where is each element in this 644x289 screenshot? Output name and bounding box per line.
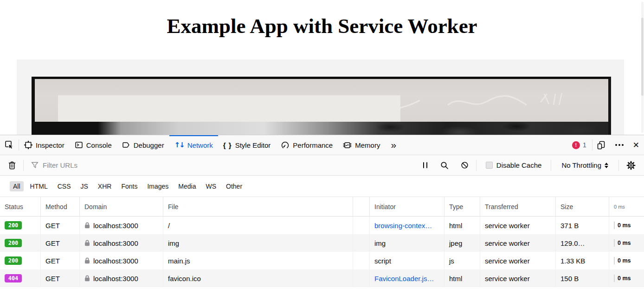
status-badge: 200 — [5, 239, 22, 247]
spacer-cell — [353, 234, 370, 252]
domain-cell: localhost:3000 — [80, 252, 163, 269]
lock-icon — [84, 257, 90, 264]
trash-icon[interactable] — [4, 161, 20, 170]
filter-ws[interactable]: WS — [202, 181, 219, 191]
domain-text: localhost:3000 — [93, 257, 138, 265]
tab-label: Inspector — [36, 141, 64, 149]
tab-network[interactable]: ↑↓Network — [169, 135, 218, 155]
devtools-tabbar: InspectorConsoleDebugger↑↓Network{ }Styl… — [0, 135, 644, 155]
transferred-cell: service worker — [480, 234, 556, 252]
select-arrows-icon — [605, 163, 608, 168]
col-transferred[interactable]: Transferred — [480, 197, 556, 216]
error-count-button[interactable]: ! 1 — [567, 135, 592, 155]
network-icon: ↑↓ — [174, 141, 184, 149]
col-file[interactable]: File — [163, 197, 353, 216]
col-method[interactable]: Method — [41, 197, 80, 216]
element-picker-button[interactable] — [0, 135, 19, 155]
requests-table-body: 200GETlocalhost:3000/browsing-contex…htm… — [0, 217, 644, 287]
error-icon: ! — [572, 141, 580, 149]
tab-style-editor[interactable]: { }Style Editor — [218, 135, 276, 155]
tab-console[interactable]: Console — [70, 135, 117, 155]
col-domain[interactable]: Domain — [80, 197, 163, 216]
status-badge: 200 — [5, 256, 22, 265]
memory-icon — [343, 141, 352, 150]
devtools-tabs: InspectorConsoleDebugger↑↓Network{ }Styl… — [19, 135, 385, 155]
debugger-icon — [122, 141, 130, 149]
tab-performance[interactable]: Performance — [276, 135, 338, 155]
col-0-ms[interactable]: 0 ms — [609, 197, 644, 216]
transferred-cell: service worker — [480, 252, 556, 269]
method-cell: GET — [41, 217, 80, 234]
request-filter-bar: AllHTMLCSSJSXHRFontsImagesMediaWSOther — [0, 176, 644, 197]
request-row[interactable]: 404GETlocalhost:3000favicon.icoFaviconLo… — [0, 269, 644, 287]
domain-cell: localhost:3000 — [80, 269, 163, 287]
method-cell: GET — [41, 234, 80, 252]
page-scrollbar-thumb[interactable] — [641, 18, 644, 96]
toolbar-divider — [23, 160, 24, 171]
block-icon[interactable] — [456, 161, 473, 169]
page-scrollbar[interactable] — [641, 2, 644, 133]
filter-html[interactable]: HTML — [27, 181, 51, 191]
tabbar-right-cluster: ! 1 ✕ — [567, 135, 644, 155]
disable-cache-checkbox[interactable] — [486, 162, 493, 169]
funnel-icon — [31, 162, 39, 169]
filter-fonts[interactable]: Fonts — [118, 181, 141, 191]
devtools-panel: InspectorConsoleDebugger↑↓Network{ }Styl… — [0, 135, 644, 289]
method-cell: GET — [41, 269, 80, 287]
webpage-content: Example App with Service Worker — [0, 0, 644, 135]
initiator-cell[interactable]: FaviconLoader.js… — [370, 269, 444, 287]
inspector-icon — [24, 141, 32, 149]
lock-icon — [84, 240, 90, 246]
request-row[interactable]: 200GETlocalhost:3000/browsing-contex…htm… — [0, 217, 644, 234]
waterfall-cell: 0 ms — [609, 217, 644, 234]
tab-debugger[interactable]: Debugger — [117, 135, 169, 155]
request-row[interactable]: 200GETlocalhost:3000imgimgjpegservice wo… — [0, 234, 644, 252]
page-title: Example App with Service Worker — [0, 0, 644, 38]
tab-inspector[interactable]: Inspector — [19, 135, 70, 155]
waterfall-bar — [614, 222, 615, 229]
disable-cache-label: Disable Cache — [496, 161, 542, 169]
filter-all[interactable]: All — [10, 181, 24, 191]
status-cell: 200 — [0, 252, 41, 269]
file-cell: favicon.ico — [163, 269, 353, 287]
close-icon[interactable]: ✕ — [628, 135, 644, 155]
col-status[interactable]: Status — [0, 197, 41, 216]
gear-icon[interactable] — [622, 161, 640, 170]
performance-icon — [281, 141, 290, 150]
waterfall-bar — [614, 239, 615, 247]
filter-images[interactable]: Images — [144, 181, 172, 191]
tab-memory[interactable]: Memory — [338, 135, 385, 155]
transferred-cell: service worker — [480, 269, 556, 287]
search-icon[interactable] — [436, 161, 453, 170]
file-cell: img — [163, 234, 353, 252]
request-row[interactable]: 200GETlocalhost:3000main.jsscriptjsservi… — [0, 252, 644, 269]
initiator-cell[interactable]: browsing-contex… — [370, 217, 444, 234]
tab-label: Style Editor — [235, 141, 271, 149]
toolbar-divider — [476, 160, 477, 171]
pause-icon[interactable] — [418, 162, 433, 168]
throttling-select[interactable]: No Throttling — [554, 161, 616, 169]
file-cell: main.js — [163, 252, 353, 269]
filter-xhr[interactable]: XHR — [95, 181, 115, 191]
tab-label: Memory — [355, 141, 380, 149]
size-cell: 1.33 KB — [556, 252, 609, 269]
size-cell: 371 B — [556, 217, 609, 234]
tab-label: Debugger — [134, 141, 164, 149]
filter-other[interactable]: Other — [223, 181, 245, 191]
col-initiator[interactable]: Initiator — [370, 197, 444, 216]
responsive-design-icon[interactable] — [592, 135, 611, 155]
file-cell: / — [163, 217, 353, 234]
hero-image-area — [17, 59, 624, 135]
chevron-double-right-icon[interactable]: » — [385, 135, 402, 155]
network-toolbar: Disable Cache No Throttling — [0, 155, 644, 176]
col-size[interactable]: Size — [556, 197, 609, 216]
filter-js[interactable]: JS — [77, 181, 91, 191]
size-cell: 129.0… — [556, 234, 609, 252]
browser-screen: Example App with Service Worker Inspecto… — [0, 0, 644, 289]
col-type[interactable]: Type — [444, 197, 480, 216]
meatball-menu-icon[interactable] — [611, 135, 628, 155]
filter-css[interactable]: CSS — [54, 181, 74, 191]
type-cell: html — [444, 217, 480, 234]
filter-urls-input[interactable] — [42, 161, 415, 170]
filter-media[interactable]: Media — [175, 181, 199, 191]
